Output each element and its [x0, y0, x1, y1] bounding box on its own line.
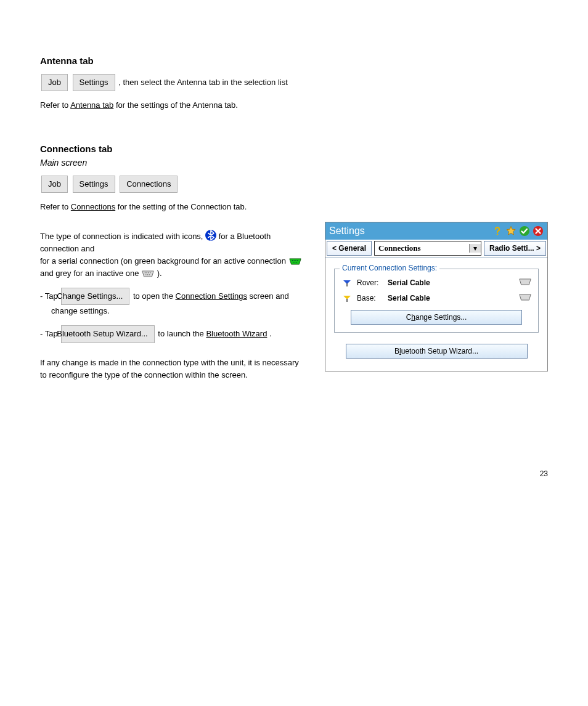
text: . — [269, 329, 272, 338]
heading-connections-tab: Connections tab — [40, 144, 548, 154]
tab-general[interactable]: < General — [327, 241, 372, 256]
text: The type of connection is indicated with… — [40, 232, 205, 241]
breadcrumb-connections-button[interactable]: Connections — [120, 176, 178, 193]
svg-point-4 — [293, 262, 293, 262]
text: to launch the — [158, 329, 206, 338]
svg-point-3 — [296, 260, 297, 261]
text: ). — [157, 269, 162, 278]
link-connection-settings[interactable]: Connection Settings — [176, 291, 247, 301]
bluetooth-wizard-button[interactable]: Bluetooth Setup Wizard... — [61, 325, 154, 343]
rover-label: Rover: — [357, 278, 384, 287]
tab-selector-value: Connections — [375, 243, 469, 253]
tab-radio-settings[interactable]: Radio Setti... > — [484, 241, 546, 256]
subheading-main-screen: Main screen — [40, 158, 548, 168]
svg-point-11 — [145, 274, 146, 275]
text: and grey for an inactive one — [40, 269, 141, 278]
base-label: Base: — [357, 294, 384, 302]
connection-settings-group: Current Connection Settings: Rover: Seri… — [334, 269, 539, 333]
settings-dialog: Settings < General — [325, 222, 548, 371]
text: for the settings of the Antenna tab. — [116, 100, 238, 110]
svg-point-9 — [148, 272, 149, 273]
svg-point-8 — [146, 272, 147, 273]
link-antenna-tab[interactable]: Antenna tab — [70, 100, 113, 110]
svg-point-13 — [149, 274, 150, 275]
svg-point-12 — [147, 274, 148, 275]
connections-ref-line: Refer to Connections for the setting of … — [40, 201, 548, 213]
dialog-title-text: Settings — [329, 225, 489, 237]
svg-point-10 — [150, 272, 150, 273]
text: B — [394, 347, 399, 355]
svg-rect-18 — [346, 299, 348, 302]
text: to open the — [133, 291, 176, 301]
rover-value: Serial Cable — [388, 278, 515, 287]
breadcrumb-settings-button[interactable]: Settings — [73, 176, 115, 193]
svg-point-14 — [497, 233, 499, 235]
serial-port-icon — [518, 278, 532, 288]
serial-port-icon — [518, 293, 532, 303]
svg-rect-17 — [346, 283, 348, 286]
breadcrumb-job-button[interactable]: Job — [41, 176, 68, 193]
base-row: Base: Serial Cable — [341, 292, 532, 305]
breadcrumb: Job Settings , then select the Antenna t… — [40, 74, 548, 91]
link-connections[interactable]: Connections — [71, 202, 115, 211]
dialog-bluetooth-wizard-button[interactable]: Bluetooth Setup Wizard... — [346, 344, 528, 359]
ok-icon[interactable] — [519, 225, 530, 237]
rover-icon — [341, 277, 353, 290]
bluetooth-icon — [205, 230, 216, 241]
breadcrumb-tail-text: , then select the Antenna tab in the sel… — [118, 78, 288, 87]
tab-bar: < General Connections ▾ Radio Setti... > — [325, 240, 547, 258]
text: Refer to — [40, 202, 71, 211]
text: uetooth Setup Wizard... — [401, 347, 478, 355]
chevron-down-icon[interactable]: ▾ — [469, 244, 481, 253]
tab-selector-combo[interactable]: Connections ▾ — [374, 241, 481, 256]
svg-point-2 — [295, 260, 296, 261]
breadcrumb-job-button[interactable]: Job — [41, 74, 68, 91]
svg-point-7 — [145, 272, 145, 273]
bullet-change-settings: - Tap Change Settings... to open the Con… — [40, 288, 308, 317]
group-legend: Current Connection Settings: — [340, 264, 439, 272]
breadcrumb: Job Settings Connections — [40, 176, 548, 193]
antenna-ref-line: Refer to Antenna tab for the settings of… — [40, 99, 548, 112]
base-value: Serial Cable — [388, 294, 515, 302]
svg-point-6 — [296, 262, 296, 262]
serial-port-inactive-icon — [141, 269, 157, 278]
bullet-bluetooth-wizard: - Tap Bluetooth Setup Wizard... to launc… — [40, 325, 308, 343]
favorite-icon[interactable] — [505, 225, 517, 237]
heading-antenna-tab: Antenna tab — [40, 55, 548, 66]
text: C — [406, 313, 412, 322]
serial-port-active-icon — [288, 256, 302, 266]
svg-point-5 — [294, 262, 295, 262]
dialog-change-settings-button[interactable]: Change Settings... — [351, 310, 523, 325]
text: Refer to — [40, 100, 70, 110]
link-bluetooth-wizard[interactable]: Bluetooth Wizard — [206, 329, 267, 338]
text: for the setting of the Connection tab. — [118, 202, 247, 211]
dialog-titlebar: Settings — [325, 222, 547, 240]
note-text: If any change is made in the connection … — [40, 357, 308, 381]
base-icon — [341, 292, 353, 305]
page-number: 23 — [40, 469, 548, 478]
help-icon[interactable] — [492, 225, 503, 237]
mnemonic: h — [411, 313, 415, 322]
rover-row: Rover: Serial Cable — [341, 277, 532, 290]
connection-type-description: The type of connection is indicated with… — [40, 230, 308, 280]
svg-point-0 — [292, 260, 292, 261]
breadcrumb-settings-button[interactable]: Settings — [73, 74, 115, 91]
change-settings-button[interactable]: Change Settings... — [61, 288, 129, 305]
close-icon[interactable] — [533, 225, 544, 237]
text: for a serial connection (on green backgr… — [40, 256, 286, 266]
svg-point-1 — [293, 260, 294, 261]
text: ange Settings... — [415, 313, 467, 322]
